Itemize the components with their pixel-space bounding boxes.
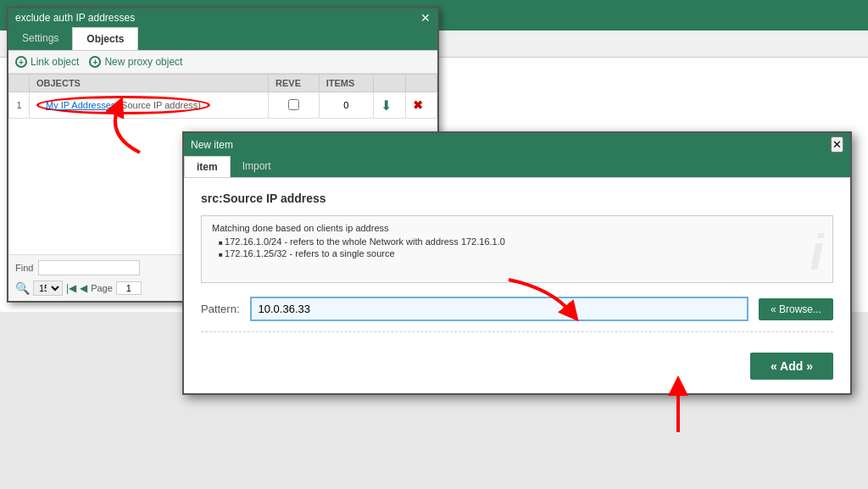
row-items: 0 xyxy=(319,92,373,119)
tab-import[interactable]: Import xyxy=(231,156,283,177)
delete-icon[interactable]: ✖ xyxy=(413,98,423,112)
row-down-icon[interactable]: ⬇ xyxy=(374,92,406,119)
object-link[interactable]: My IP Addresses xyxy=(46,100,115,110)
row-delete-icon[interactable]: ✖ xyxy=(406,92,437,119)
search-icon[interactable]: 🔍 xyxy=(15,281,30,295)
info-item-1: 172.16.1.0/24 - refers to the whole Netw… xyxy=(219,236,822,247)
info-item-2: 172.16.1.25/32 - refers to a single sour… xyxy=(219,248,822,258)
col-reve: REVE xyxy=(269,75,320,92)
pattern-input[interactable] xyxy=(250,297,748,321)
pattern-row: Pattern: « Browse... xyxy=(201,297,833,332)
info-watermark: i xyxy=(810,227,824,278)
link-object-icon: + xyxy=(15,56,27,68)
link-object-button[interactable]: + Link object xyxy=(15,56,79,68)
col-items: ITEMS xyxy=(319,75,373,92)
info-title: Matching done based on clients ip addres… xyxy=(212,223,822,233)
objects-table: OBJECTS REVE ITEMS 1 My IP Addresses (So… xyxy=(8,74,437,119)
new-item-close-button[interactable]: ✕ xyxy=(831,136,843,153)
col-num xyxy=(9,75,30,92)
object-highlight: My IP Addresses (Source IP address) xyxy=(36,96,210,114)
exclude-title: exclude auth IP addresses xyxy=(15,12,135,24)
src-title: src:Source IP address xyxy=(201,192,833,205)
col-action1 xyxy=(374,75,406,92)
col-action2 xyxy=(406,75,437,92)
new-item-tabs: item Import xyxy=(184,156,850,178)
prev-page-icon[interactable]: ◀ xyxy=(80,282,87,294)
pattern-label: Pattern: xyxy=(201,303,240,315)
new-item-title: New item xyxy=(191,139,233,151)
reve-checkbox[interactable] xyxy=(288,99,299,110)
exclude-toolbar: + Link object + New proxy object xyxy=(8,51,437,74)
row-object: My IP Addresses (Source IP address) xyxy=(30,92,269,119)
tab-settings[interactable]: Settings xyxy=(8,27,72,50)
exclude-title-bar: exclude auth IP addresses ✕ xyxy=(8,8,437,27)
page-label: Page xyxy=(91,283,113,293)
tab-item[interactable]: item xyxy=(184,156,231,177)
object-type: (Source IP address) xyxy=(118,100,201,110)
new-proxy-button[interactable]: + New proxy object xyxy=(89,56,182,68)
new-item-content: src:Source IP address Matching done base… xyxy=(184,178,850,393)
page-size-select[interactable]: 15 xyxy=(33,281,63,296)
row-reve[interactable] xyxy=(269,92,320,119)
browse-button[interactable]: « Browse... xyxy=(759,298,833,320)
tab-objects[interactable]: Objects xyxy=(72,27,138,50)
new-proxy-icon: + xyxy=(89,56,101,68)
down-arrow-icon[interactable]: ⬇ xyxy=(381,98,392,113)
find-input[interactable] xyxy=(38,260,140,275)
new-item-dialog: New item ✕ item Import src:Source IP add… xyxy=(182,131,852,395)
row-num: 1 xyxy=(9,92,30,119)
exclude-close-button[interactable]: ✕ xyxy=(420,12,431,24)
table-row: 1 My IP Addresses (Source IP address) 0 … xyxy=(9,92,437,119)
info-box: Matching done based on clients ip addres… xyxy=(201,215,833,283)
first-page-icon[interactable]: |◀ xyxy=(66,282,76,294)
add-btn-row: « Add » xyxy=(201,346,833,380)
col-objects: OBJECTS xyxy=(30,75,269,92)
page-input[interactable] xyxy=(116,281,142,295)
exclude-tabs: Settings Objects xyxy=(8,27,437,51)
add-button[interactable]: « Add » xyxy=(750,353,833,380)
find-label: Find xyxy=(15,263,33,273)
info-list: 172.16.1.0/24 - refers to the whole Netw… xyxy=(212,236,822,258)
new-item-title-bar: New item ✕ xyxy=(184,133,850,156)
